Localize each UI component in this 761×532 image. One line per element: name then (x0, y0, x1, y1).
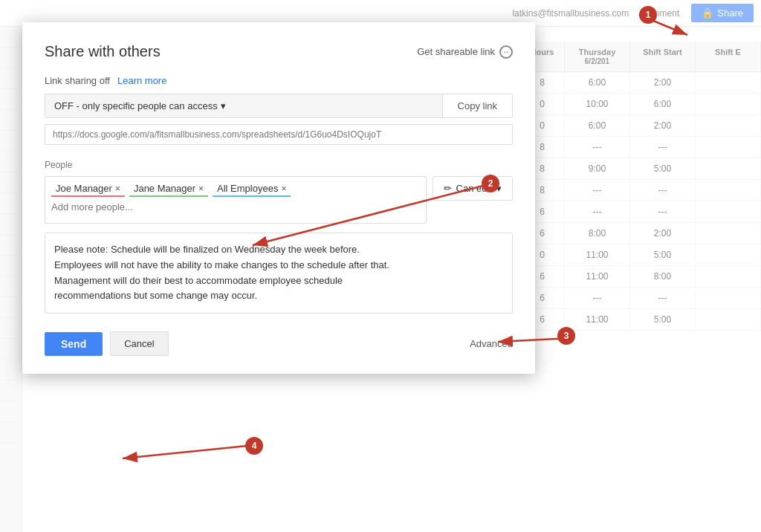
add-people-input[interactable] (51, 200, 420, 214)
remove-joe-button[interactable]: × (115, 184, 120, 194)
link-icon: ↔ (499, 45, 513, 59)
tag-jane-manager: Jane Manager × (129, 181, 208, 197)
annotation-1: 1 (639, 6, 657, 24)
annotation-3: 3 (557, 327, 575, 345)
can-edit-button[interactable]: ✏ Can edit ▾ (433, 176, 513, 201)
pencil-icon: ✏ (444, 183, 452, 194)
copy-link-button[interactable]: Copy link (443, 94, 512, 117)
remove-jane-button[interactable]: × (198, 184, 204, 194)
link-row: OFF - only specific people can access ▾ … (45, 94, 513, 118)
annotation-2: 2 (482, 175, 499, 192)
tag-all-employees: All Employees × (213, 181, 291, 197)
tags-row: Joe Manager × Jane Manager × All Employe… (51, 181, 420, 197)
remove-all-button[interactable]: × (281, 184, 286, 194)
dropdown-icon: ▾ (221, 100, 226, 111)
dialog-header: Share with others Get shareable link ↔ (45, 43, 513, 60)
annotation-4: 4 (245, 437, 263, 455)
bottom-row: Send Cancel Advanced (45, 331, 513, 356)
link-select[interactable]: OFF - only specific people can access ▾ (45, 94, 443, 117)
people-input-area[interactable]: Joe Manager × Jane Manager × All Employe… (45, 176, 427, 224)
advanced-button[interactable]: Advanced (470, 338, 513, 349)
link-sharing-row: Link sharing off Learn more (45, 75, 513, 86)
shareable-link-button[interactable]: Get shareable link ↔ (417, 45, 513, 59)
message-area[interactable]: Please note: Schedule will be finalized … (45, 233, 513, 314)
tag-joe-manager: Joe Manager × (51, 181, 125, 197)
url-display: https://docs.google.com/a/fitsmallbusine… (45, 124, 513, 145)
people-row: Joe Manager × Jane Manager × All Employe… (45, 176, 513, 224)
share-dialog: Share with others Get shareable link ↔ L… (22, 22, 535, 374)
people-label: People (45, 160, 513, 170)
learn-more-link[interactable]: Learn more (117, 75, 166, 86)
cancel-button[interactable]: Cancel (110, 331, 168, 356)
send-button[interactable]: Send (45, 332, 103, 356)
dialog-title: Share with others (45, 43, 161, 60)
